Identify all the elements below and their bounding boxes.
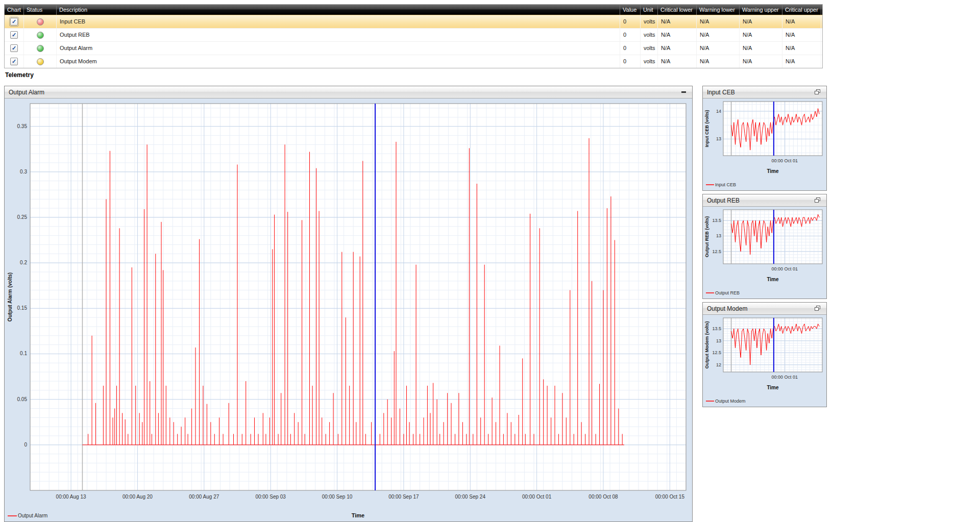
table-header-row: ChartStatusDescriptionValueUnitCritical …	[5, 5, 822, 15]
restore-button[interactable]	[813, 88, 822, 96]
svg-text:00:00 Oct 01: 00:00 Oct 01	[772, 158, 798, 163]
svg-text:Time: Time	[352, 512, 364, 518]
cell-value: 0	[620, 55, 641, 68]
mini-chart-canvas[interactable]: 131400:00 Oct 01Input CEB (volts)TimeInp…	[703, 98, 826, 190]
table-row[interactable]: ✓Input CEB0voltsN/AN/AN/AN/A	[5, 15, 822, 28]
mini-chart-canvas[interactable]: 12.51313.500:00 Oct 01Output REB (volts)…	[703, 207, 826, 299]
svg-text:Output Alarm: Output Alarm	[18, 513, 47, 518]
restore-icon	[815, 197, 821, 203]
svg-text:0.05: 0.05	[17, 396, 28, 402]
cell-chart: ✓	[5, 55, 24, 68]
cell-unit: volts	[641, 15, 658, 28]
svg-text:Output Modem (volts): Output Modem (volts)	[704, 321, 709, 369]
header-cell-critical-upper[interactable]: Critical upper	[782, 5, 821, 15]
minimize-icon	[681, 91, 686, 93]
status-indicator	[37, 58, 44, 65]
svg-text:0.3: 0.3	[20, 169, 27, 175]
table-row[interactable]: ✓Output REB0voltsN/AN/AN/AN/A	[5, 28, 822, 41]
cell-critical-upper: N/A	[782, 29, 821, 41]
svg-text:13.5: 13.5	[712, 218, 721, 223]
cell-warning-upper: N/A	[740, 55, 782, 68]
svg-text:13.5: 13.5	[712, 326, 721, 331]
table-row[interactable]: ✓Output Alarm0voltsN/AN/AN/AN/A	[5, 41, 822, 55]
svg-text:00:00 Oct 15: 00:00 Oct 15	[655, 494, 685, 500]
header-cell-warning-upper[interactable]: Warning upper	[740, 5, 782, 15]
svg-text:Input CEB: Input CEB	[715, 182, 736, 187]
cell-value: 0	[620, 29, 641, 41]
cell-chart: ✓	[5, 15, 24, 28]
telemetry-table: ChartStatusDescriptionValueUnitCritical …	[4, 4, 823, 68]
svg-text:Output Alarm (volts): Output Alarm (volts)	[7, 272, 13, 321]
cell-unit: volts	[641, 42, 658, 55]
cell-critical-upper: N/A	[782, 55, 821, 68]
cell-unit: volts	[641, 29, 658, 41]
svg-text:0: 0	[24, 442, 27, 448]
svg-text:00:00 Sep 10: 00:00 Sep 10	[322, 494, 353, 500]
chart-checkbox[interactable]: ✓	[10, 18, 18, 26]
cell-critical-lower: N/A	[658, 55, 697, 68]
cell-value: 0	[620, 15, 641, 28]
svg-text:14: 14	[716, 109, 721, 114]
header-cell-critical-lower[interactable]: Critical lower	[658, 5, 697, 15]
cell-warning-lower: N/A	[697, 42, 740, 55]
svg-text:Input CEB (volts): Input CEB (volts)	[704, 110, 709, 147]
svg-text:0.25: 0.25	[17, 214, 28, 220]
svg-text:Time: Time	[767, 277, 779, 282]
cell-warning-lower: N/A	[697, 15, 740, 28]
mini-chart-canvas[interactable]: 1212.51313.500:00 Oct 01Output Modem (vo…	[703, 315, 826, 407]
cell-description: Output Modem	[57, 55, 620, 68]
svg-text:00:00 Sep 03: 00:00 Sep 03	[255, 494, 286, 500]
restore-button[interactable]	[813, 196, 822, 205]
svg-text:00:00 Sep 17: 00:00 Sep 17	[388, 494, 419, 500]
svg-text:13: 13	[716, 136, 721, 141]
header-cell-status[interactable]: Status	[24, 5, 57, 15]
mini-panel-header: Output REB	[703, 194, 826, 207]
svg-text:13: 13	[716, 233, 721, 238]
main-chart-canvas[interactable]: 00.050.10.150.20.250.30.3500:00 Aug 1300…	[5, 98, 692, 521]
mini-panel-title: Input CEB	[707, 89, 813, 96]
svg-text:Time: Time	[767, 385, 779, 390]
svg-text:0.2: 0.2	[20, 260, 27, 265]
cell-status	[24, 29, 57, 41]
cell-critical-upper: N/A	[782, 15, 821, 28]
chart-checkbox[interactable]: ✓	[10, 58, 18, 65]
table-row[interactable]: ✓Output Modem0voltsN/AN/AN/AN/A	[5, 55, 822, 68]
header-cell-unit[interactable]: Unit	[641, 5, 658, 15]
header-cell-warning-lower[interactable]: Warning lower	[697, 5, 740, 15]
minimize-button[interactable]	[679, 88, 688, 96]
svg-text:13: 13	[716, 338, 721, 343]
cell-value: 0	[620, 42, 641, 55]
header-cell-description[interactable]: Description	[57, 5, 620, 15]
cell-critical-lower: N/A	[658, 15, 697, 28]
svg-text:0.15: 0.15	[17, 305, 28, 311]
cell-critical-lower: N/A	[658, 29, 697, 41]
mini-panel-header: Output Modem	[703, 303, 826, 315]
mini-panel-title: Output Modem	[707, 305, 813, 312]
svg-text:12.5: 12.5	[712, 249, 721, 254]
svg-text:Output REB: Output REB	[715, 290, 740, 295]
cell-warning-upper: N/A	[740, 42, 782, 55]
svg-text:00:00 Aug 20: 00:00 Aug 20	[122, 494, 153, 500]
status-indicator	[37, 45, 44, 52]
cell-description: Output REB	[57, 29, 620, 41]
cell-critical-upper: N/A	[782, 42, 821, 55]
main-panel-header: Output Alarm	[5, 86, 692, 98]
restore-button[interactable]	[813, 305, 822, 313]
main-panel-title: Output Alarm	[9, 89, 679, 96]
table-body: ✓Input CEB0voltsN/AN/AN/AN/A✓Output REB0…	[5, 15, 822, 68]
cell-description: Input CEB	[57, 15, 620, 28]
svg-text:12.5: 12.5	[712, 350, 721, 355]
svg-text:00:00 Aug 27: 00:00 Aug 27	[189, 494, 219, 500]
header-cell-chart[interactable]: Chart	[5, 5, 24, 15]
svg-text:Output REB (volts): Output REB (volts)	[704, 216, 709, 258]
cell-status	[24, 42, 57, 55]
chart-checkbox[interactable]: ✓	[10, 31, 18, 39]
chart-checkbox[interactable]: ✓	[10, 44, 18, 52]
status-indicator	[37, 18, 44, 26]
svg-text:Time: Time	[767, 168, 779, 174]
mini-panel-input-ceb: Input CEB 131400:00 Oct 01Input CEB (vol…	[702, 86, 827, 191]
svg-text:12: 12	[716, 362, 721, 367]
svg-text:00:00 Oct 08: 00:00 Oct 08	[589, 494, 618, 500]
cell-critical-lower: N/A	[658, 42, 697, 55]
header-cell-value[interactable]: Value	[620, 5, 641, 15]
